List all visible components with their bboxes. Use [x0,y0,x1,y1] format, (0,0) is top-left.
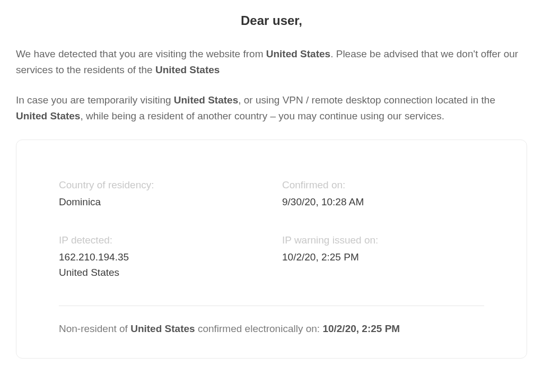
para2-mid1: , or using VPN / remote desktop connecti… [238,94,495,106]
ip-detected-field: IP detected: 162.210.194.35 United State… [59,232,261,280]
residency-label: Country of residency: [59,177,261,193]
confirm-pre: Non-resident of [59,323,130,334]
vpn-paragraph: In case you are temporarily visiting Uni… [16,92,527,124]
ip-address: 162.210.194.35 [59,251,129,263]
residency-value: Dominica [59,195,261,210]
greeting-heading: Dear user, [16,11,527,30]
info-card: Country of residency: Dominica Confirmed… [16,140,527,359]
residency-field: Country of residency: Dominica [59,177,261,210]
detection-paragraph: We have detected that you are visiting t… [16,46,527,77]
ip-warning-value: 10/2/20, 2:25 PM [282,250,484,265]
confirmed-label: Confirmed on: [282,177,484,193]
para1-country2: United States [155,64,220,75]
info-grid: Country of residency: Dominica Confirmed… [59,177,484,280]
para2-mid2: , while being a resident of another coun… [80,110,444,121]
para2-pre: In case you are temporarily visiting [16,94,174,106]
confirm-mid: confirmed electronically on: [195,323,323,334]
confirm-timestamp: 10/2/20, 2:25 PM [322,323,400,334]
ip-warning-label: IP warning issued on: [282,232,484,248]
para2-country1: United States [174,94,238,106]
confirmation-line: Non-resident of United States confirmed … [59,321,484,336]
confirmed-value: 9/30/20, 10:28 AM [282,195,484,210]
ip-detected-label: IP detected: [59,232,261,248]
ip-detected-value: 162.210.194.35 United States [59,250,261,280]
para1-country1: United States [266,48,330,59]
para2-country2: United States [16,110,80,121]
para1-pre: We have detected that you are visiting t… [16,48,266,59]
ip-country: United States [59,267,119,278]
ip-warning-field: IP warning issued on: 10/2/20, 2:25 PM [282,232,484,280]
confirmed-field: Confirmed on: 9/30/20, 10:28 AM [282,177,484,210]
confirm-country: United States [130,323,195,334]
divider [59,306,484,306]
